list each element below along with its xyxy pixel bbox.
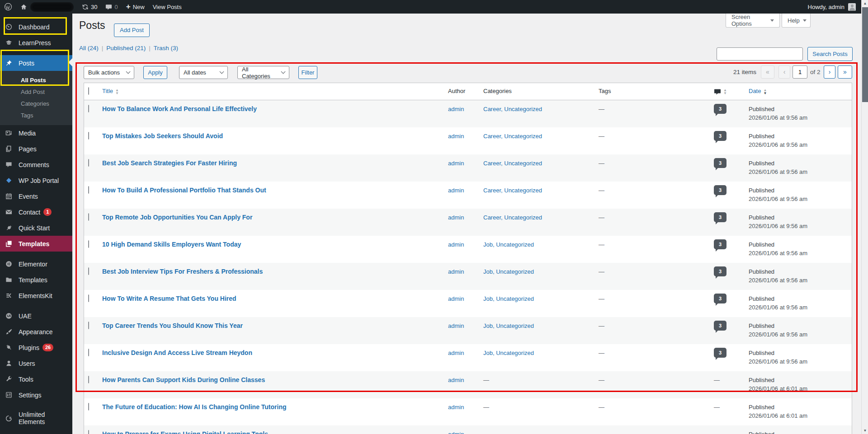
category-link[interactable]: Career, Uncategorized (483, 187, 542, 194)
sidebar-item-plugins[interactable]: Plugins26 (0, 340, 72, 355)
row-checkbox[interactable] (88, 349, 89, 356)
author-link[interactable]: admin (448, 160, 464, 167)
wordpress-logo-menu[interactable] (0, 0, 16, 14)
comments-indicator[interactable]: 0 (101, 0, 122, 14)
search-posts-button[interactable]: Search Posts (807, 47, 853, 61)
scrollbar-thumb[interactable] (862, 7, 868, 102)
pagination-last-button[interactable]: » (838, 65, 852, 79)
row-checkbox[interactable] (88, 159, 89, 167)
author-link[interactable]: admin (448, 404, 464, 411)
row-checkbox[interactable] (88, 294, 89, 302)
add-post-button[interactable]: Add Post (114, 23, 150, 37)
sidebar-subitem-all-posts[interactable]: All Posts (0, 75, 72, 86)
categories-links[interactable]: Career, Uncategorized (483, 106, 542, 112)
sidebar-subitem-tags[interactable]: Tags (0, 110, 72, 121)
author-link[interactable]: admin (448, 350, 464, 356)
sidebar-item-quick-start[interactable]: Quick Start (0, 220, 72, 236)
categories-links[interactable]: Career, Uncategorized (483, 187, 542, 194)
category-link[interactable]: Job, Uncategorized (483, 268, 534, 275)
category-link[interactable]: Career, Uncategorized (483, 133, 542, 140)
new-content-menu[interactable]: + New (122, 0, 149, 14)
row-checkbox[interactable] (88, 213, 89, 221)
sidebar-item-posts[interactable]: Posts (0, 55, 72, 71)
sidebar-item-templates-2[interactable]: Templates (0, 272, 72, 288)
row-checkbox[interactable] (88, 403, 89, 411)
row-checkbox[interactable] (88, 186, 89, 194)
filter-button[interactable]: Filter (298, 66, 317, 79)
category-link[interactable]: Career, Uncategorized (483, 160, 542, 167)
sidebar-item-partial-bottom[interactable] (0, 429, 72, 434)
account-menu[interactable]: Howdy, admin (808, 3, 861, 11)
post-title-link[interactable]: Inclusive Design And Access Live Stream … (102, 349, 252, 356)
author-link[interactable]: admin (448, 268, 464, 275)
author-link[interactable]: admin (448, 322, 464, 329)
sidebar-item-events[interactable]: Events (0, 188, 72, 204)
categories-links[interactable]: Job, Uncategorized (483, 268, 534, 275)
row-checkbox[interactable] (88, 105, 89, 112)
comment-count-bubble[interactable]: 3 (714, 294, 726, 303)
row-checkbox[interactable] (88, 376, 89, 383)
pagination-first-button[interactable]: « (761, 65, 774, 79)
row-checkbox[interactable] (88, 132, 89, 140)
category-link[interactable]: Job, Uncategorized (483, 350, 534, 356)
sort-by-title[interactable]: Title (102, 88, 113, 94)
site-menu[interactable] (16, 0, 78, 14)
post-title-link[interactable]: The Future of Education: How AI Is Chang… (102, 403, 287, 411)
category-link[interactable]: Job, Uncategorized (483, 295, 534, 302)
sidebar-item-tools[interactable]: Tools (0, 371, 72, 387)
sidebar-subitem-categories[interactable]: Categories (0, 98, 72, 110)
view-trash-link[interactable]: Trash (3) (154, 45, 178, 51)
post-title-link[interactable]: How To Balance Work And Personal Life Ef… (102, 105, 257, 112)
updates-indicator[interactable]: 30 (78, 0, 101, 14)
post-title-link[interactable]: Best Job Interview Tips For Freshers & P… (102, 268, 263, 275)
post-title-link[interactable]: How To Write A Resume That Gets You Hire… (102, 295, 236, 302)
categories-links[interactable]: Job, Uncategorized (483, 241, 534, 248)
pagination-prev-button[interactable]: ‹ (778, 65, 790, 79)
categories-links[interactable]: Job, Uncategorized (483, 295, 534, 302)
author-link[interactable]: admin (448, 295, 464, 302)
search-input[interactable] (717, 47, 803, 61)
categories-links[interactable]: Career, Uncategorized (483, 214, 542, 221)
post-title-link[interactable]: How To Build A Professional Portfolio Th… (102, 187, 266, 194)
category-link[interactable]: Career, Uncategorized (483, 106, 542, 112)
categories-links[interactable]: Job, Uncategorized (483, 350, 534, 356)
post-title-link[interactable]: Top Mistakes Job Seekers Should Avoid (102, 132, 223, 140)
scroll-up-arrow[interactable]: ▲ (862, 0, 868, 7)
sidebar-item-uae[interactable]: UAE (0, 308, 72, 324)
author-link[interactable]: admin (448, 133, 464, 140)
sort-by-comments[interactable]: ▲▼ (714, 88, 727, 95)
comment-count-bubble[interactable]: 3 (714, 321, 726, 331)
sidebar-item-elementor[interactable]: Elementor (0, 256, 72, 272)
sidebar-item-comments[interactable]: Comments (0, 157, 72, 173)
select-all-checkbox[interactable] (88, 87, 89, 95)
comment-count-bubble[interactable]: 3 (714, 131, 726, 141)
sidebar-subitem-add-post[interactable]: Add Post (0, 86, 72, 98)
row-checkbox[interactable] (88, 430, 89, 434)
sidebar-item-templates[interactable]: Templates (0, 236, 72, 252)
post-title-link[interactable]: Best Job Search Strategies For Faster Hi… (102, 159, 237, 167)
apply-button[interactable]: Apply (143, 66, 167, 79)
author-link[interactable]: admin (448, 431, 464, 434)
author-link[interactable]: admin (448, 106, 464, 112)
row-checkbox[interactable] (88, 240, 89, 248)
comment-count-bubble[interactable]: 3 (714, 212, 726, 222)
bulk-actions-select[interactable]: Bulk actions (84, 66, 134, 79)
pagination-next-button[interactable]: › (824, 65, 835, 79)
category-link[interactable]: Job, Uncategorized (483, 241, 534, 248)
sidebar-item-elementskit[interactable]: ElementsKit (0, 288, 72, 303)
categories-links[interactable]: Career, Uncategorized (483, 160, 542, 167)
row-checkbox[interactable] (88, 322, 89, 329)
comment-count-bubble[interactable]: 3 (714, 266, 726, 276)
post-title-link[interactable]: 10 High Demand Skills Employers Want Tod… (102, 241, 241, 248)
help-button[interactable]: Help (782, 14, 811, 28)
categories-links[interactable]: Career, Uncategorized (483, 133, 542, 140)
view-all-link[interactable]: All (24) (79, 45, 99, 51)
comment-count-bubble[interactable]: 3 (714, 185, 726, 195)
comment-count-bubble[interactable]: 3 (714, 158, 726, 168)
categories-links[interactable]: Job, Uncategorized (483, 322, 534, 329)
sidebar-item-settings[interactable]: Settings (0, 387, 72, 403)
sidebar-item-contact[interactable]: Contact1 (0, 204, 72, 220)
comment-count-bubble[interactable]: 3 (714, 104, 726, 114)
sidebar-item-learnpress[interactable]: LearnPress (0, 35, 72, 51)
screen-options-button[interactable]: Screen Options (726, 14, 780, 28)
